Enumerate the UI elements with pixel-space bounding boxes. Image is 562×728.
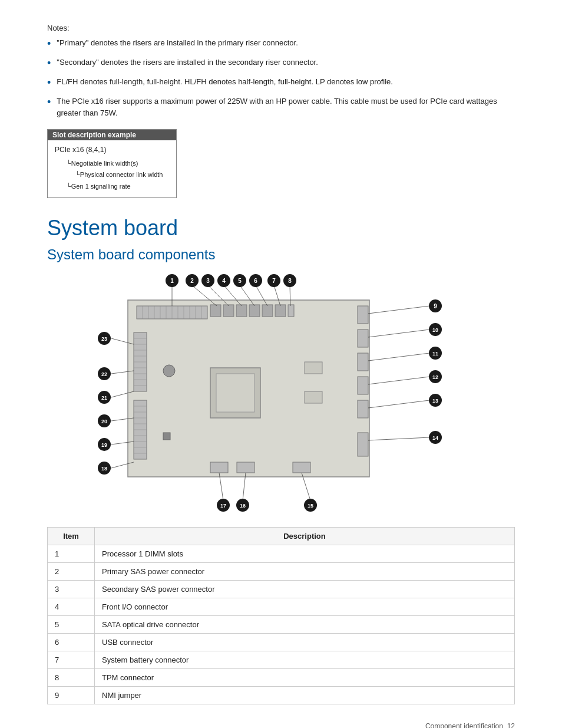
table-row: 2Primary SAS power connector [48, 562, 515, 580]
svg-text:2: 2 [190, 278, 194, 284]
svg-rect-25 [358, 433, 368, 456]
svg-rect-21 [358, 330, 368, 347]
slot-line-3: └Gen 1 signalling rate [55, 181, 169, 193]
slot-description-box: Slot description example PCIe x16 (8,4,1… [47, 129, 177, 198]
components-table: Item Description 1Processor 1 DIMM slots… [47, 527, 515, 704]
table-cell-item: 7 [48, 651, 95, 668]
svg-line-63 [368, 306, 429, 314]
svg-rect-48 [210, 462, 228, 473]
bullet-text-1: "Primary" denotes the risers are install… [57, 37, 298, 49]
table-row: 8TPM connector [48, 668, 515, 686]
slot-desc-title: Slot description example [48, 130, 176, 140]
bullet-dot-1: • [47, 36, 51, 52]
table-cell-desc: Processor 1 DIMM slots [95, 545, 515, 562]
diagram-svg: 1 2 3 4 5 6 7 8 9 10 11 12 13 14 15 16 1… [69, 274, 493, 515]
bullet-text-4: The PCIe x16 riser supports a maximum po… [57, 95, 515, 118]
svg-rect-50 [293, 462, 310, 473]
table-cell-desc: SATA optical drive connector [95, 615, 515, 633]
svg-line-64 [368, 330, 429, 337]
svg-text:10: 10 [432, 327, 438, 333]
svg-text:4: 4 [222, 278, 226, 284]
table-header-row: Item Description [48, 527, 515, 545]
table-cell-item: 3 [48, 580, 95, 598]
table-cell-desc: Secondary SAS power connector [95, 580, 515, 598]
table-row: 4Front I/O connector [48, 598, 515, 615]
bullet-item-1: • "Primary" denotes the risers are insta… [47, 37, 515, 52]
svg-rect-22 [358, 353, 368, 371]
table-cell-desc: Primary SAS power connector [95, 562, 515, 580]
svg-text:18: 18 [101, 466, 107, 472]
svg-text:9: 9 [434, 303, 437, 309]
section-title: System board components [47, 246, 515, 263]
svg-rect-15 [236, 305, 247, 317]
svg-text:3: 3 [206, 278, 210, 284]
slot-line-1: └Negotiable link width(s) [55, 158, 169, 170]
svg-text:13: 13 [432, 398, 438, 404]
table-row: 1Processor 1 DIMM slots [48, 545, 515, 562]
svg-text:5: 5 [238, 278, 242, 284]
col-header-item: Item [48, 527, 95, 545]
bullet-item-2: • "Secondary" denotes the risers are ins… [47, 57, 515, 71]
svg-text:23: 23 [101, 336, 107, 342]
svg-text:20: 20 [101, 419, 107, 424]
svg-text:8: 8 [288, 278, 292, 284]
table-cell-item: 8 [48, 668, 95, 686]
svg-rect-20 [358, 306, 368, 324]
page-title: System board [47, 216, 515, 241]
svg-rect-18 [275, 305, 286, 317]
svg-text:6: 6 [254, 278, 257, 284]
svg-rect-54 [163, 433, 170, 440]
svg-rect-19 [288, 305, 294, 317]
svg-rect-17 [262, 305, 273, 317]
svg-rect-23 [358, 377, 368, 394]
svg-line-66 [368, 377, 429, 384]
table-row: 3Secondary SAS power connector [48, 580, 515, 598]
table-cell-desc: NMI jumper [95, 686, 515, 704]
bullet-item-4: • The PCIe x16 riser supports a maximum … [47, 95, 515, 118]
table-cell-item: 9 [48, 686, 95, 704]
table-row: 9NMI jumper [48, 686, 515, 704]
svg-rect-27 [216, 374, 254, 412]
svg-rect-52 [305, 391, 322, 403]
svg-line-68 [368, 437, 429, 440]
svg-text:7: 7 [272, 278, 276, 284]
svg-text:16: 16 [240, 503, 246, 509]
table-cell-item: 1 [48, 545, 95, 562]
svg-rect-16 [249, 305, 260, 317]
table-cell-desc: USB connector [95, 633, 515, 651]
footer-page: 12 [507, 722, 515, 728]
svg-rect-53 [163, 365, 175, 377]
bullet-dot-4: • [47, 94, 51, 110]
slot-desc-lines: PCIe x16 (8,4,1) └Negotiable link width(… [55, 144, 169, 193]
svg-text:12: 12 [432, 374, 438, 380]
footer-text: Component identification [425, 722, 503, 728]
svg-text:15: 15 [308, 503, 313, 509]
bullet-dot-3: • [47, 75, 51, 91]
svg-text:19: 19 [101, 442, 107, 448]
bullet-list: • "Primary" denotes the risers are insta… [47, 37, 515, 118]
table-cell-desc: System battery connector [95, 651, 515, 668]
table-row: 7System battery connector [48, 651, 515, 668]
svg-rect-49 [237, 462, 254, 473]
bullet-text-3: FL/FH denotes full-length, full-height. … [57, 76, 393, 88]
svg-text:11: 11 [432, 351, 438, 357]
bullet-dot-2: • [47, 55, 51, 71]
svg-text:22: 22 [101, 371, 107, 377]
svg-rect-51 [305, 362, 322, 374]
table-cell-desc: Front I/O connector [95, 598, 515, 615]
table-cell-item: 5 [48, 615, 95, 633]
system-board-diagram: 1 2 3 4 5 6 7 8 9 10 11 12 13 14 15 16 1… [69, 274, 493, 515]
bullet-item-3: • FL/FH denotes full-length, full-height… [47, 76, 515, 91]
svg-rect-24 [358, 400, 368, 418]
notes-label: Notes: [47, 24, 515, 32]
table-cell-item: 6 [48, 633, 95, 651]
svg-text:21: 21 [101, 395, 107, 401]
svg-line-65 [368, 353, 429, 361]
table-row: 6USB connector [48, 633, 515, 651]
svg-text:17: 17 [220, 503, 226, 509]
svg-rect-13 [210, 305, 221, 317]
table-row: 5SATA optical drive connector [48, 615, 515, 633]
table-cell-item: 2 [48, 562, 95, 580]
table-cell-item: 4 [48, 598, 95, 615]
slot-line-2: └Physical connector link width [55, 169, 169, 181]
